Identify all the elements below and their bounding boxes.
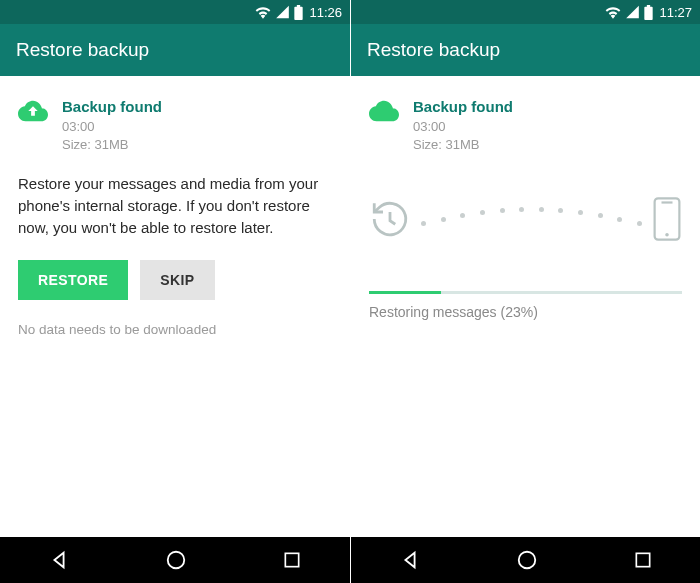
- backup-found-row: Backup found 03:00 Size: 31MB: [369, 98, 682, 153]
- download-footnote: No data needs to be downloaded: [18, 322, 332, 337]
- cloud-upload-icon: [18, 98, 48, 153]
- nav-home-icon[interactable]: [165, 549, 187, 571]
- button-row: RESTORE SKIP: [18, 260, 332, 300]
- backup-title: Backup found: [413, 98, 513, 115]
- backup-info: Backup found 03:00 Size: 31MB: [62, 98, 162, 153]
- restore-graphic: [369, 189, 682, 249]
- backup-title: Backup found: [62, 98, 162, 115]
- nav-back-icon[interactable]: [48, 549, 70, 571]
- transfer-dots: [419, 207, 644, 231]
- phone-icon: [652, 197, 682, 241]
- app-bar-title: Restore backup: [16, 39, 149, 61]
- backup-time: 03:00: [62, 118, 162, 136]
- nav-home-icon[interactable]: [516, 549, 538, 571]
- backup-size: Size: 31MB: [413, 136, 513, 154]
- progress-bar: [369, 291, 682, 294]
- signal-icon: [625, 5, 640, 19]
- signal-icon: [275, 5, 290, 19]
- nav-recent-icon[interactable]: [633, 550, 653, 570]
- svg-rect-1: [286, 553, 299, 566]
- wifi-icon: [605, 5, 621, 19]
- status-bar: 11:27: [351, 0, 700, 24]
- backup-time: 03:00: [413, 118, 513, 136]
- skip-button[interactable]: SKIP: [140, 260, 214, 300]
- battery-icon: [294, 5, 303, 20]
- backup-info: Backup found 03:00 Size: 31MB: [413, 98, 513, 153]
- nav-bar: [351, 537, 700, 583]
- progress-bar-fill: [369, 291, 441, 294]
- nav-back-icon[interactable]: [399, 549, 421, 571]
- history-clock-icon: [369, 198, 411, 240]
- backup-found-row: Backup found 03:00 Size: 31MB: [18, 98, 332, 153]
- cloud-icon: [369, 98, 399, 153]
- content-area: Backup found 03:00 Size: 31MB: [351, 76, 700, 537]
- content-area: Backup found 03:00 Size: 31MB Restore yo…: [0, 76, 350, 537]
- nav-bar: [0, 537, 350, 583]
- app-bar: Restore backup: [0, 24, 350, 76]
- nav-recent-icon[interactable]: [282, 550, 302, 570]
- screen-restore-prompt: 11:26 Restore backup Backup found 03:00 …: [0, 0, 350, 583]
- svg-point-0: [168, 552, 185, 569]
- screen-restoring: 11:27 Restore backup Backup found 03:00 …: [350, 0, 700, 583]
- backup-size: Size: 31MB: [62, 136, 162, 154]
- progress-label: Restoring messages (23%): [369, 304, 682, 320]
- status-time: 11:27: [659, 5, 692, 20]
- svg-rect-6: [636, 553, 649, 566]
- status-time: 11:26: [309, 5, 342, 20]
- restore-button[interactable]: RESTORE: [18, 260, 128, 300]
- svg-point-3: [665, 233, 669, 237]
- app-bar-title: Restore backup: [367, 39, 500, 61]
- battery-icon: [644, 5, 653, 20]
- wifi-icon: [255, 5, 271, 19]
- app-bar: Restore backup: [351, 24, 700, 76]
- restore-description: Restore your messages and media from you…: [18, 173, 332, 238]
- svg-point-5: [518, 552, 535, 569]
- status-bar: 11:26: [0, 0, 350, 24]
